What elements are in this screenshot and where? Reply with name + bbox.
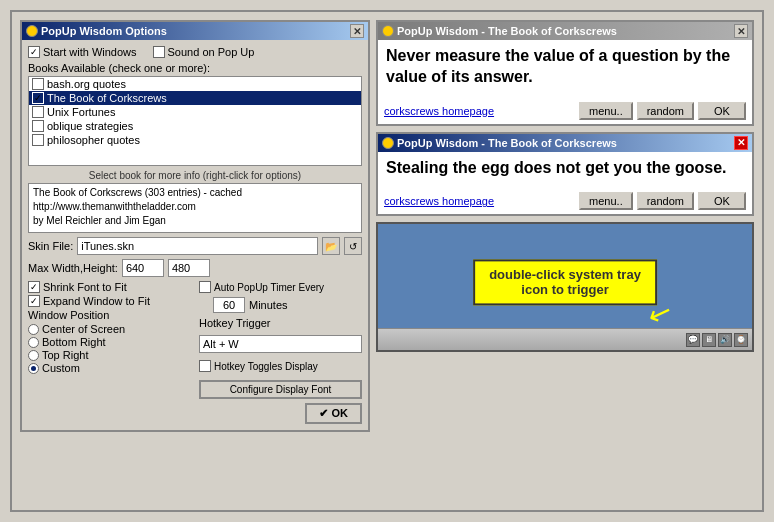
popup-close-x-2: ✕ [737, 137, 745, 148]
auto-popup-unit: Minutes [249, 299, 288, 311]
ok-row: ✔ OK [28, 403, 362, 424]
sound-on-popup-item[interactable]: Sound on Pop Up [153, 46, 255, 58]
auto-popup-label: Auto PopUp Timer Every [214, 282, 324, 293]
left-panel: PopUp Wisdom Options ✕ Start with Window… [20, 20, 370, 502]
shrink-font-cb[interactable] [28, 281, 40, 293]
wp-top-right-radio[interactable] [28, 350, 39, 361]
popup-quote-2: Stealing the egg does not get you the go… [386, 158, 744, 179]
max-height-input[interactable] [168, 259, 210, 277]
wp-bottom-right[interactable]: Bottom Right [28, 336, 191, 348]
wp-custom[interactable]: Custom [28, 362, 191, 374]
expand-window-row[interactable]: Expand Window to Fit [28, 295, 191, 307]
sound-on-popup-label: Sound on Pop Up [168, 46, 255, 58]
book-unix-cb[interactable] [32, 106, 44, 118]
bottom-cols: Shrink Font to Fit Expand Window to Fit … [28, 281, 362, 399]
wp-top-right[interactable]: Top Right [28, 349, 191, 361]
tray-icon-2: 🖥 [702, 333, 716, 347]
popup-ok-btn-2[interactable]: OK [698, 192, 746, 210]
popup-random-btn-2[interactable]: random [637, 192, 694, 210]
book-oblique-cb[interactable] [32, 120, 44, 132]
auto-popup-input[interactable] [213, 297, 245, 313]
popup-menu-btn-1[interactable]: menu.. [579, 102, 633, 120]
book-philosopher-label: philosopher quotes [47, 134, 140, 146]
book-info-box: The Book of Corkscrews (303 entries) - c… [28, 183, 362, 233]
book-unix[interactable]: Unix Fortunes [29, 105, 361, 119]
book-unix-label: Unix Fortunes [47, 106, 115, 118]
books-list[interactable]: bash.org quotes The Book of Corkscrews U… [28, 76, 362, 166]
popup-icon-2 [382, 137, 394, 149]
popup-content-1: Never measure the value of a question by… [378, 40, 752, 100]
wp-center-radio[interactable] [28, 324, 39, 335]
auto-popup-cb[interactable] [199, 281, 211, 293]
popup-ok-btn-1[interactable]: OK [698, 102, 746, 120]
window-position-label: Window Position [28, 309, 191, 321]
book-info-line2: http://www.themanwiththeladder.com [33, 200, 357, 214]
options-title: PopUp Wisdom Options [41, 25, 167, 37]
skin-file-input[interactable] [77, 237, 318, 255]
demo-inner: double-click system trayicon to trigger … [378, 224, 752, 350]
popup-menu-btn-2[interactable]: menu.. [579, 192, 633, 210]
popup-link-1[interactable]: corkscrews homepage [384, 105, 494, 117]
options-title-bar: PopUp Wisdom Options ✕ [22, 22, 368, 40]
close-button[interactable]: ✕ [350, 24, 364, 38]
skin-browse-btn[interactable]: 📂 [322, 237, 340, 255]
skin-refresh-btn[interactable]: ↺ [344, 237, 362, 255]
shrink-font-label: Shrink Font to Fit [43, 281, 127, 293]
popup-title-left-2: PopUp Wisdom - The Book of Corkscrews [382, 137, 617, 149]
books-label: Books Available (check one or more): [28, 62, 362, 74]
wp-custom-radio[interactable] [28, 363, 39, 374]
popup-footer-1: corkscrews homepage menu.. random OK [378, 100, 752, 124]
book-bash[interactable]: bash.org quotes [29, 77, 361, 91]
auto-popup-row: Auto PopUp Timer Every [199, 281, 362, 293]
tray-icon-3: 🔊 [718, 333, 732, 347]
expand-window-cb[interactable] [28, 295, 40, 307]
book-oblique[interactable]: oblique strategies [29, 119, 361, 133]
popup-btns-2: menu.. random OK [579, 192, 746, 210]
expand-window-label: Expand Window to Fit [43, 295, 150, 307]
hotkey-toggle-row[interactable]: Hotkey Toggles Display [199, 360, 362, 372]
main-container: PopUp Wisdom Options ✕ Start with Window… [10, 10, 764, 512]
book-philosopher-cb[interactable] [32, 134, 44, 146]
title-icon [26, 25, 38, 37]
configure-display-font-btn[interactable]: Configure Display Font [199, 380, 362, 399]
ok-button[interactable]: ✔ OK [305, 403, 362, 424]
right-col: Auto PopUp Timer Every Minutes Hotkey Tr… [199, 281, 362, 399]
book-corkscrews-cb[interactable] [32, 92, 44, 104]
wp-center[interactable]: Center of Screen [28, 323, 191, 335]
shrink-font-row[interactable]: Shrink Font to Fit [28, 281, 191, 293]
start-with-windows-item[interactable]: Start with Windows [28, 46, 137, 58]
book-info-label: Select book for more info (right-click f… [28, 170, 362, 181]
popup-content-2: Stealing the egg does not get you the go… [378, 152, 752, 191]
hotkey-toggle-cb[interactable] [199, 360, 211, 372]
hotkey-input[interactable] [199, 335, 362, 353]
popup-close-2[interactable]: ✕ [734, 136, 748, 150]
wp-center-label: Center of Screen [42, 323, 125, 335]
skin-file-row: Skin File: 📂 ↺ [28, 237, 362, 255]
book-philosopher[interactable]: philosopher quotes [29, 133, 361, 147]
popup-title-1: PopUp Wisdom - The Book of Corkscrews [397, 25, 617, 37]
book-corkscrews[interactable]: The Book of Corkscrews [29, 91, 361, 105]
wp-top-right-label: Top Right [42, 349, 88, 361]
sound-on-popup-cb[interactable] [153, 46, 165, 58]
options-content: Start with Windows Sound on Pop Up Books… [22, 40, 368, 430]
start-with-windows-cb[interactable] [28, 46, 40, 58]
book-bash-cb[interactable] [32, 78, 44, 90]
auto-popup-input-row: Minutes [213, 297, 362, 313]
hotkey-toggle-label: Hotkey Toggles Display [214, 361, 318, 372]
close-x-icon: ✕ [353, 26, 361, 37]
popup-close-x-1: ✕ [737, 26, 745, 37]
popup-random-btn-1[interactable]: random [637, 102, 694, 120]
popup-icon-1 [382, 25, 394, 37]
title-bar-left: PopUp Wisdom Options [26, 25, 167, 37]
max-width-input[interactable] [122, 259, 164, 277]
popup-footer-2: corkscrews homepage menu.. random OK [378, 190, 752, 214]
max-wh-label: Max Width,Height: [28, 262, 118, 274]
popup-link-2[interactable]: corkscrews homepage [384, 195, 494, 207]
popup-title-2: PopUp Wisdom - The Book of Corkscrews [397, 137, 617, 149]
popup-window-2: PopUp Wisdom - The Book of Corkscrews ✕ … [376, 132, 754, 217]
popup-close-1[interactable]: ✕ [734, 24, 748, 38]
book-oblique-label: oblique strategies [47, 120, 133, 132]
start-with-windows-label: Start with Windows [43, 46, 137, 58]
wp-bottom-right-radio[interactable] [28, 337, 39, 348]
demo-label: double-click system trayicon to trigger [473, 260, 657, 306]
